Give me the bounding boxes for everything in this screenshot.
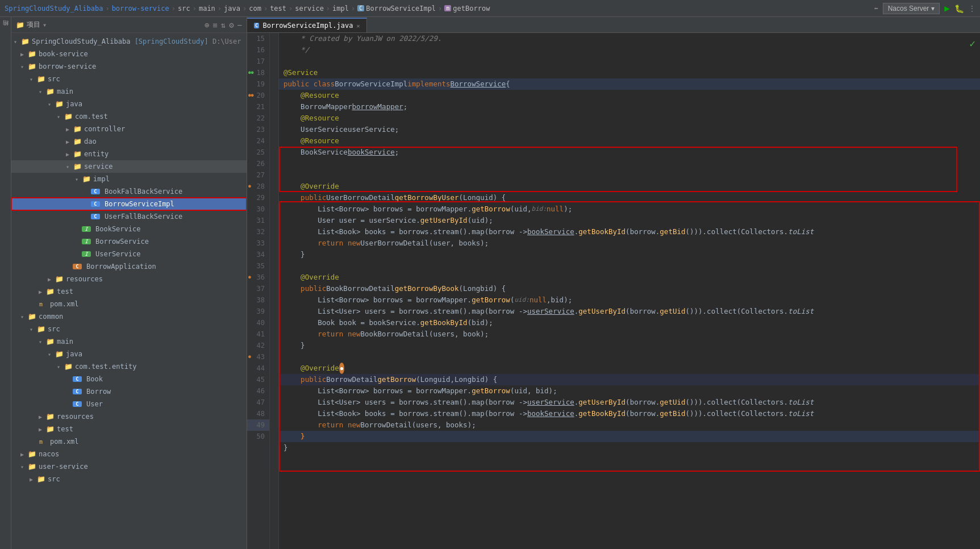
code-content[interactable]: * Created by YuanJW on 2022/5/29. */ @Se… [279,33,980,549]
folder-icon-controller: 📁 [73,125,82,133]
folder-small-icon: 📁 [16,21,24,29]
code-line-40: return new BookBorrowDetail(users, book)… [279,328,980,340]
top-bar-right: ⬅ Nacos Server ▾ ▶ 🐛 ⋮ [874,3,975,14]
more-icon[interactable]: ⋮ [969,5,975,13]
sidebar-dropdown-icon[interactable]: ▾ [43,21,47,29]
tree-item-borrow-service[interactable]: ▾ 📁 borrow-service [11,60,247,73]
tree-item-comtest[interactable]: ▾ 📁 com.test [11,110,247,123]
code-line-26 [279,169,980,181]
tree-item-test2[interactable]: ▶ 📁 test [11,423,247,435]
editor-area: C BorrowServiceImpl.java ✕ 15 16 17 ●●18… [247,17,980,549]
back-icon[interactable]: ⬅ [874,5,878,13]
tree-item-borrowserviceimpl[interactable]: ▶ C BorrowServiceImpl [11,198,247,210]
sidebar: 📁 项目 ▾ ⊕ ≡ ⇅ ⚙ − ▾ 📁 SpringCloudStudy_ [11,17,247,549]
debug-icon[interactable]: 🐛 [954,4,964,13]
tree-item-impl[interactable]: ▾ 📁 impl [11,173,247,185]
folder-icon-common-main: 📁 [45,338,55,346]
breadcrumb: SpringCloudStudy_Alibaba › borrow-servic… [5,5,874,13]
linenum-25: 25 [247,147,269,158]
tree-item-pom-borrow[interactable]: ▶ m pom.xml [11,298,247,310]
tree-item-userservice[interactable]: ▶ I UserService [11,248,247,260]
linenum-40: 40 [247,317,269,328]
file-tree: ▾ 📁 SpringCloudStudy_Alibaba [SpringClou… [11,33,247,549]
breadcrumb-project[interactable]: SpringCloudStudy_Alibaba [5,5,103,13]
tree-item-com-test-entity[interactable]: ▾ 📁 com.test.entity [11,360,247,373]
tree-item-user-src[interactable]: ▶ 📁 src [11,473,247,485]
linenum-50: 50 [247,431,269,442]
filter-icon[interactable]: ⇅ [221,20,226,30]
tree-item-bookfallback[interactable]: ▶ C BookFallBackService [11,185,247,198]
code-line-41: } [279,340,980,351]
linenum-24: 24 [247,135,269,147]
folder-icon-impl: 📁 [82,175,91,183]
tab-borrowserviceimpl[interactable]: C BorrowServiceImpl.java ✕ [247,18,367,32]
linenum-29: 29 [247,192,269,203]
folder-icon-src: 📁 [36,75,45,83]
tree-item-java[interactable]: ▾ 📁 java [11,98,247,110]
tree-item-root[interactable]: ▾ 📁 SpringCloudStudy_Alibaba [SpringClou… [11,35,247,48]
breadcrumb-borrow-service[interactable]: borrow-service [112,5,169,13]
linenum-20: ●●20 [247,90,269,101]
folder-icon-resources2: 📁 [45,413,55,421]
linenum-16: 16 [247,44,269,56]
breadcrumb-service: service [295,5,324,13]
tree-item-src[interactable]: ▾ 📁 src [11,73,247,85]
code-line-38: List<User> users = borrows.stream().map(… [279,306,980,317]
tree-item-common[interactable]: ▾ 📁 common [11,310,247,323]
code-editor[interactable]: 15 16 17 ●●18 19 ●●20 21 22 23 24 25 26 … [247,33,980,549]
breadcrumb-method: mgetBorrow [444,5,490,13]
tree-item-resources[interactable]: ▶ 📁 resources [11,273,247,285]
tree-item-bookservice[interactable]: ▶ I BookService [11,223,247,235]
tree-item-common-src[interactable]: ▾ 📁 src [11,323,247,335]
class-icon-borrowapp: C [73,264,82,269]
code-line-42 [279,351,980,363]
tree-item-test[interactable]: ▶ 📁 test [11,285,247,298]
tree-item-pom-common[interactable]: ▶ m pom.xml [11,435,247,448]
tree-item-borrow[interactable]: ▶ C Borrow [11,385,247,398]
code-line-36: public BookBorrowDetail getBorrowByBook(… [279,283,980,294]
folder-icon-user-service: 📁 [27,463,36,471]
code-line-35: @Override [279,272,980,283]
breadcrumb-main: main [199,5,215,13]
tree-item-userfallback[interactable]: ▶ C UserFallBackService [11,210,247,223]
tree-item-common-main[interactable]: ▾ 📁 main [11,335,247,348]
linenum-39: 39 [247,306,269,317]
tree-item-borrowservice[interactable]: ▶ I BorrowService [11,235,247,248]
run-button[interactable]: ▶ [944,3,950,14]
code-line-28: public UserBorrowDetail getBorrowByUser(… [279,192,980,203]
collapse-icon[interactable]: − [237,20,242,30]
code-line-37: List<Borrow> borrows = borrowMapper.getB… [279,294,980,306]
linenum-30: 30 [247,203,269,215]
tree-item-resources2[interactable]: ▶ 📁 resources [11,410,247,423]
code-line-48: return new BorrowDetail(users, books); [279,419,980,431]
tree-item-user-service[interactable]: ▾ 📁 user-service [11,460,247,473]
sidebar-title: 📁 项目 ▾ [16,20,200,30]
tree-item-book-service[interactable]: ▶ 📁 book-service [11,48,247,60]
folder-icon-borrow: 📁 [27,63,36,70]
linenum-49: 49 [247,419,269,431]
linenum-27: 27 [247,169,269,181]
class-icon-bookfallback: C [91,189,100,194]
globe-icon[interactable]: ⊕ [205,20,209,30]
settings-icon[interactable]: ⚙ [229,20,233,30]
tree-item-entity[interactable]: ▶ 📁 entity [11,148,247,160]
tree-item-common-java[interactable]: ▾ 📁 java [11,348,247,360]
xml-icon-common: m [36,439,45,445]
sidebar-icons: ⊕ ≡ ⇅ ⚙ − [205,20,242,30]
tree-item-book[interactable]: ▶ C Book [11,373,247,385]
code-line-29: List<Borrow> borrows = borrowMapper.getB… [279,203,980,215]
folder-icon-common: 📁 [27,313,36,321]
linenum-34: 34 [247,249,269,260]
tree-item-main[interactable]: ▾ 📁 main [11,85,247,98]
code-line-27: @Override [279,181,980,192]
code-line-47: List<Book> books = borrows.stream().map(… [279,408,980,419]
tree-item-user[interactable]: ▶ C User [11,398,247,410]
tree-item-controller[interactable]: ▶ 📁 controller [11,123,247,135]
tree-item-dao[interactable]: ▶ 📁 dao [11,135,247,148]
tree-item-service[interactable]: ▾ 📁 service [11,160,247,173]
nacos-server-button[interactable]: Nacos Server ▾ [883,3,940,14]
sort-icon[interactable]: ≡ [212,20,217,30]
tab-close-button[interactable]: ✕ [356,23,360,29]
tree-item-borrowapplication[interactable]: ▶ C BorrowApplication [11,260,247,273]
tree-item-nacos[interactable]: ▶ 📁 nacos [11,448,247,460]
